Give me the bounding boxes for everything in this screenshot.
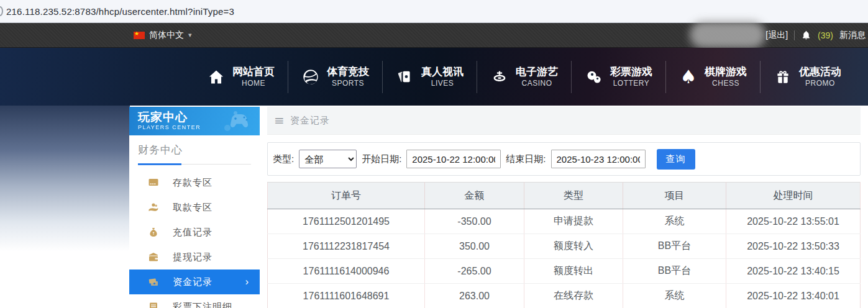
top-right-group: [退出] (39) 新消息 xyxy=(765,23,866,48)
wallet-icon xyxy=(148,251,159,263)
language-label: 简体中文 xyxy=(149,30,184,41)
nav-label-en: HOME xyxy=(242,79,265,88)
nav-label-zh: 彩票游戏 xyxy=(610,65,652,78)
cell-time: 2025-10-22 13:40:15 xyxy=(726,259,861,284)
cell-order-no: 1761112501201495 xyxy=(268,209,425,234)
page: 216.118.235.52:8783/hhcp/usercenter.html… xyxy=(0,0,868,308)
chevron-down-icon: ▾ xyxy=(188,31,192,39)
background-gradient xyxy=(0,106,130,308)
language-selector[interactable]: ★ 简体中文 ▾ xyxy=(134,30,192,41)
table-row: 1761112231817454 350.00 额度转入 BB平台 2025-1… xyxy=(268,234,861,259)
cell-amount: 263.00 xyxy=(425,284,524,308)
sports-ball-icon xyxy=(301,68,320,86)
cell-project: 系统 xyxy=(623,284,726,308)
breadcrumb-label: 资金记录 xyxy=(290,115,330,127)
nav-label-zh: 体育竞技 xyxy=(327,65,369,78)
sidebar-item-deposit[interactable]: 存款专区 xyxy=(129,170,260,195)
nav-item-promo[interactable]: 优惠活动 PROMO xyxy=(761,48,854,106)
cell-time: 2025-10-22 13:55:01 xyxy=(726,209,861,234)
nav-label-en: CASINO xyxy=(521,79,552,88)
nav-label-en: CHESS xyxy=(712,79,739,88)
column-header-type: 类型 xyxy=(524,183,623,209)
nav-label-en: SPORTS xyxy=(332,79,364,88)
cell-order-no: 1761112231817454 xyxy=(268,234,425,259)
column-header-project: 项目 xyxy=(623,183,726,209)
table-row: 1761111614000946 -265.00 额度转出 BB平台 2025-… xyxy=(268,259,861,284)
top-utility-bar: ★ 简体中文 ▾ [退出] (39) 新消息 xyxy=(0,23,868,48)
browser-url-bar: 216.118.235.52:8783/hhcp/usercenter.html… xyxy=(0,0,868,23)
sidebar-item-label: 取款专区 xyxy=(173,202,212,214)
cell-amount: -265.00 xyxy=(425,259,524,284)
roulette-icon xyxy=(490,68,509,86)
sidebar-item-recharge[interactable]: 充值记录 xyxy=(129,220,260,245)
column-header-order-no: 订单号 xyxy=(268,183,425,209)
sidebar-item-label: 充值记录 xyxy=(173,227,212,238)
nav-item-lottery[interactable]: 彩票游戏 LOTTERY xyxy=(572,48,665,106)
cell-amount: 350.00 xyxy=(425,234,524,259)
cell-time: 2025-10-22 13:50:33 xyxy=(726,234,861,259)
cell-amount: -350.00 xyxy=(425,209,524,234)
nav-label-zh: 棋牌游戏 xyxy=(705,65,747,78)
playing-cards-icon xyxy=(396,68,414,86)
new-messages-link[interactable]: 新消息 xyxy=(839,30,866,41)
nav-label-en: PROMO xyxy=(805,79,835,88)
deposit-card-icon xyxy=(148,177,159,188)
nav-item-sports[interactable]: 体育竞技 SPORTS xyxy=(288,48,382,106)
sidebar-item-withdrawal-records[interactable]: 提现记录 xyxy=(129,245,260,270)
cell-order-no: 1761111614000946 xyxy=(268,259,425,284)
table-header-row: 订单号 金额 类型 项目 处理时间 xyxy=(268,183,861,209)
moneybag-icon xyxy=(148,227,159,238)
cell-type: 在线存款 xyxy=(524,284,623,308)
chevron-right-icon: › xyxy=(245,276,249,288)
sidebar-header: 玩家中心 PLAYERS CENTER xyxy=(129,107,260,135)
sidebar-item-funds-records[interactable]: 资金记录 › xyxy=(129,270,260,294)
type-select[interactable]: 全部 xyxy=(299,150,357,168)
finance-center-heading: 财务中心 xyxy=(138,143,251,157)
sidebar-item-label: 存款专区 xyxy=(173,177,212,189)
gamepad-icon xyxy=(219,109,255,134)
table-row: 1761111601648691 263.00 在线存款 系统 2025-10-… xyxy=(268,284,861,308)
end-date-input[interactable] xyxy=(551,150,646,168)
sidebar-item-lottery-bets[interactable]: 彩票下注明细 xyxy=(129,294,260,308)
nav-label-zh: 真人视讯 xyxy=(421,65,464,78)
table-row: 1761112501201495 -350.00 申请提款 系统 2025-10… xyxy=(268,209,861,234)
cell-project: BB平台 xyxy=(623,234,726,259)
cell-type: 额度转入 xyxy=(524,234,623,259)
sidebar-item-label: 提现记录 xyxy=(173,251,212,263)
sidebar-item-label: 彩票下注明细 xyxy=(173,301,232,308)
lottery-balls-icon xyxy=(585,68,603,86)
start-date-input[interactable] xyxy=(406,150,501,168)
bell-icon[interactable] xyxy=(801,30,811,41)
sidebar-item-withdraw[interactable]: 取款专区 xyxy=(129,195,260,220)
china-flag-icon: ★ xyxy=(134,32,145,39)
section-underline xyxy=(138,163,251,165)
nav-item-chess[interactable]: ♠ 棋牌游戏 CHESS xyxy=(666,48,760,106)
nav-item-lives[interactable]: 真人视讯 LIVES xyxy=(383,48,477,106)
nav-label-en: LIVES xyxy=(431,79,454,88)
message-count-badge[interactable]: (39) xyxy=(818,30,833,40)
spade-icon: ♠ xyxy=(679,68,698,86)
document-icon xyxy=(148,301,159,308)
start-date-label: 开始日期: xyxy=(362,153,401,165)
cell-project: BB平台 xyxy=(623,259,726,284)
nav-item-casino[interactable]: 电子游艺 CASINO xyxy=(477,48,571,106)
nav-label-zh: 优惠活动 xyxy=(799,65,841,78)
sidebar-section: 财务中心 xyxy=(129,135,260,165)
cell-time: 2025-10-22 13:40:01 xyxy=(726,284,861,308)
home-icon xyxy=(207,68,226,86)
player-center-sidebar: 玩家中心 PLAYERS CENTER 财务中心 存款 xyxy=(129,107,260,308)
column-header-amount: 金额 xyxy=(425,183,524,209)
cell-type: 额度转出 xyxy=(524,259,623,284)
url-text[interactable]: 216.118.235.52:8783/hhcp/usercenter.html… xyxy=(6,6,234,17)
end-date-label: 结束日期: xyxy=(506,153,546,165)
main-navigation-bar: 网站首页 HOME 体育竞技 SPORTS 真人 xyxy=(0,48,868,106)
type-filter-label: 类型: xyxy=(273,153,294,165)
nav-item-home[interactable]: 网站首页 HOME xyxy=(194,48,288,106)
username-redacted-blob xyxy=(690,21,765,48)
sidebar-item-label: 资金记录 xyxy=(173,276,212,288)
main-content: ≡ 资金记录 类型: 全部 开始日期: 结束日期: 查询 订单号 金额 类型 项… xyxy=(267,107,861,135)
logout-button[interactable]: [退出] xyxy=(765,30,788,41)
tickets-icon xyxy=(148,276,159,288)
cell-order-no: 1761111601648691 xyxy=(268,284,425,308)
search-button[interactable]: 查询 xyxy=(657,149,695,170)
